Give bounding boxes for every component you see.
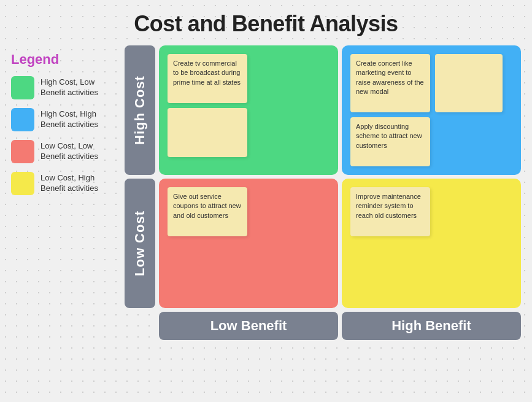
sticky-note-blank[interactable] — [168, 108, 247, 157]
quadrant-low-cost-high-benefit: Improve maintenance reminder system to r… — [342, 179, 521, 308]
page-title: Cost and Benefit Analysis — [0, 0, 532, 45]
bottom-labels: Low Benefit High Benefit — [125, 312, 521, 340]
sticky-note[interactable]: Give out service coupons to attract new … — [168, 187, 247, 236]
sticky-note-blank[interactable] — [435, 54, 503, 112]
legend-item-3: Low Cost, Low Benefit activities — [11, 140, 118, 163]
sticky-note[interactable]: Create tv commercial to be broadcast dur… — [168, 54, 247, 103]
legend-label-3: Low Cost, Low Benefit activities — [40, 141, 118, 162]
legend-item-4: Low Cost, High Benefit activities — [11, 172, 118, 195]
sticky-note[interactable]: Apply discounting scheme to attract new … — [350, 117, 430, 166]
legend-panel: Legend High Cost, Low Benefit activities… — [11, 45, 125, 340]
sticky-note[interactable]: Create concert like marketing event to r… — [350, 54, 430, 112]
bottom-label-low-benefit: Low Benefit — [159, 312, 338, 340]
legend-label-4: Low Cost, High Benefit activities — [40, 173, 118, 194]
bottom-spacer — [125, 312, 155, 340]
legend-color-high-cost-low-benefit — [11, 76, 34, 99]
row-label-high-cost: High Cost — [125, 45, 155, 175]
bottom-label-high-benefit: High Benefit — [342, 312, 521, 340]
legend-item-2: High Cost, High Benefit activities — [11, 108, 118, 131]
legend-label-2: High Cost, High Benefit activities — [40, 109, 118, 130]
legend-label-1: High Cost, Low Benefit activities — [40, 77, 118, 98]
legend-title: Legend — [11, 52, 118, 68]
legend-color-high-cost-high-benefit — [11, 108, 34, 131]
quadrant-high-cost-low-benefit: Create tv commercial to be broadcast dur… — [159, 45, 338, 175]
legend-color-low-cost-high-benefit — [11, 172, 34, 195]
quadrant-high-cost-high-benefit: Create concert like marketing event to r… — [342, 45, 521, 175]
quadrant-low-cost-low-benefit: Give out service coupons to attract new … — [159, 179, 338, 308]
legend-item-1: High Cost, Low Benefit activities — [11, 76, 118, 99]
matrix-grid: High Cost Create tv commercial to be bro… — [125, 45, 521, 308]
row-label-low-cost: Low Cost — [125, 179, 155, 308]
sticky-note[interactable]: Improve maintenance reminder system to r… — [350, 187, 430, 236]
matrix-wrapper: High Cost Create tv commercial to be bro… — [125, 45, 521, 340]
legend-color-low-cost-low-benefit — [11, 140, 34, 163]
